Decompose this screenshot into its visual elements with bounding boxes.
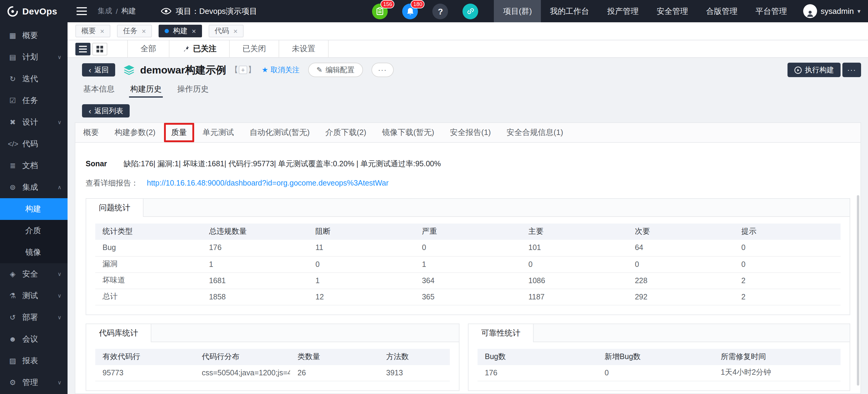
user-menu[interactable]: sysadmin ▾ (796, 0, 868, 22)
filter-tab-unset[interactable]: 未设置 (279, 40, 329, 57)
tab-build-history[interactable]: 构建历史 (129, 81, 163, 98)
subtab-security-compliance[interactable]: 安全合规信息(1) (506, 127, 563, 138)
todo-button[interactable]: 156 (372, 3, 388, 19)
cell: 365 (414, 289, 521, 305)
column-header: Bug数 (477, 349, 597, 365)
sonar-report-link[interactable]: http://10.16.16.48:9000/dashboard?id=org… (147, 179, 389, 187)
sidebar-item-label: 管理 (22, 377, 58, 388)
sidebar-item-manage[interactable]: ⚙ 管理 ∨ (0, 372, 67, 393)
close-icon[interactable]: × (192, 27, 196, 35)
list-view-button[interactable] (75, 42, 90, 55)
tab-basic-info[interactable]: 基本信息 (82, 81, 116, 98)
back-button[interactable]: ‹ 返回 (82, 63, 116, 76)
clipboard-icon (377, 7, 384, 15)
top-nav-security-mgmt[interactable]: 安全管理 (648, 0, 697, 22)
cell: 11 (308, 240, 414, 256)
cell: 0 (734, 240, 841, 256)
sidebar-item-security[interactable]: ◈ 安全 ∨ (0, 263, 67, 285)
table-row: 176 0 1天4小时2分钟 (477, 365, 841, 381)
sidebar-item-design[interactable]: ✖ 设计 ∨ (0, 111, 67, 133)
cell: 292 (628, 289, 734, 305)
card-view-button[interactable] (92, 42, 107, 55)
vertical-scrollbar-thumb[interactable] (857, 195, 859, 386)
chevron-down-icon: ∨ (58, 54, 62, 60)
sidebar-item-meeting[interactable]: ☻ 会议 (0, 328, 67, 350)
sidebar-item-plan[interactable]: ▤ 计划 ∨ (0, 46, 67, 68)
sidebar-item-deploy[interactable]: ↺ 部署 ∨ (0, 307, 67, 328)
project-selector[interactable]: 项目：Devops演示项目 (161, 0, 257, 22)
sidebar-item-label: 代码 (22, 138, 62, 150)
edit-config-label: 编辑配置 (326, 65, 354, 75)
subtab-quality[interactable]: 质量 (164, 123, 194, 142)
app-logo[interactable]: DevOps (0, 0, 67, 22)
filter-tab-all[interactable]: 全部 (127, 40, 169, 57)
top-nav-platform-mgmt[interactable]: 平台管理 (746, 0, 796, 22)
subtab-auto-test[interactable]: 自动化测试(暂无) (250, 127, 310, 138)
sidebar-item-build[interactable]: 构建 (0, 198, 67, 220)
sidebar-item-integration[interactable]: ⊚ 集成 ∧ (0, 176, 67, 198)
sidebar-item-test[interactable]: ⚗ 测试 ∨ (0, 285, 67, 307)
tab-operation-history[interactable]: 操作历史 (176, 81, 210, 98)
chevron-down-icon: ∨ (58, 315, 62, 321)
filter-tab-closed[interactable]: 已关闭 (230, 40, 279, 57)
subtab-artifact-download[interactable]: 介质下载(2) (325, 127, 366, 138)
close-icon[interactable]: × (234, 27, 238, 35)
card-header: 代码库统计 (86, 324, 459, 342)
breadcrumb-section[interactable]: 集成 (98, 6, 112, 16)
sidebar-item-label: 构建 (25, 204, 62, 215)
subtab-security-report[interactable]: 安全报告(1) (450, 127, 491, 138)
cell: 3913 (379, 365, 450, 381)
cell: 176 (202, 240, 308, 256)
top-nav-release-mgmt[interactable]: 投产管理 (598, 0, 648, 22)
run-build-button[interactable]: 执行构建 (787, 63, 841, 77)
page-tab-task[interactable]: 任务 × (117, 25, 152, 37)
top-nav-version-mgmt[interactable]: 合版管理 (697, 0, 746, 22)
edit-config-button[interactable]: ✎ 编辑配置 (308, 63, 363, 77)
sidebar-item-code[interactable]: </> 代码 (0, 133, 67, 155)
top-nav-projects[interactable]: 项目(群) (494, 0, 541, 22)
issue-stats-table: 统计类型 总违规数量 阻断 严重 主要 次要 提示 (95, 224, 841, 305)
subtab-overview[interactable]: 概要 (83, 127, 99, 138)
design-icon: ✖ (8, 118, 18, 127)
notification-bell-button[interactable]: 180 (402, 3, 418, 19)
todo-count-badge: 156 (381, 0, 395, 8)
subtab-unit-test[interactable]: 单元测试 (203, 127, 234, 138)
sidebar-item-image[interactable]: 镜像 (0, 241, 67, 263)
close-icon[interactable]: × (142, 27, 146, 35)
sidebar-item-task[interactable]: ☑ 任务 (0, 90, 67, 111)
sonar-summary-row: Sonar 缺陷:176| 漏洞:1| 坏味道:1681| 代码行:95773|… (86, 159, 850, 169)
column-header: 统计类型 (95, 224, 202, 240)
integration-submenu: 构建 介质 镜像 (0, 198, 67, 263)
cell: 2 (734, 289, 841, 305)
sidebar-item-overview[interactable]: ▦ 概要 (0, 25, 67, 46)
cell: 0 (308, 256, 414, 272)
code-icon: </> (8, 140, 18, 148)
cell: 1086 (521, 272, 628, 289)
back-to-list-button[interactable]: ‹ 返回列表 (82, 104, 130, 118)
sidebar-item-label: 任务 (22, 95, 62, 106)
column-header: 次要 (628, 224, 734, 240)
sidebar-item-document[interactable]: ≣ 文档 (0, 155, 67, 176)
subtab-build-params[interactable]: 构建参数(2) (115, 127, 156, 138)
run-more-button[interactable]: ··· (842, 63, 861, 77)
top-nav-workbench[interactable]: 我的工作台 (541, 0, 598, 22)
plus-box-icon[interactable]: + (239, 66, 247, 74)
link-share-button[interactable] (463, 3, 478, 19)
menu-toggle-button[interactable] (76, 0, 87, 22)
unfollow-link[interactable]: ★ 取消关注 (262, 65, 300, 75)
more-actions-button[interactable]: ··· (371, 63, 394, 77)
card-header: 可靠性统计 (468, 324, 849, 342)
ellipsis-icon: ··· (847, 66, 856, 74)
close-icon[interactable]: × (100, 27, 104, 35)
sidebar-item-iteration[interactable]: ↻ 迭代 (0, 68, 67, 90)
sidebar-item-report[interactable]: ▨ 报表 (0, 350, 67, 372)
page-tab-build[interactable]: 构建 × (159, 25, 202, 37)
subtab-image-download[interactable]: 镜像下载(暂无) (382, 127, 434, 138)
sidebar-item-artifact[interactable]: 介质 (0, 220, 67, 241)
page-tab-code[interactable]: 代码 × (209, 25, 244, 37)
page-tab-label: 代码 (215, 26, 229, 36)
help-button[interactable]: ? (433, 3, 448, 19)
page-tab-overview[interactable]: 概要 × (75, 25, 110, 37)
filter-tab-followed[interactable]: 已关注 (169, 40, 230, 57)
shield-icon: ◈ (8, 270, 18, 278)
